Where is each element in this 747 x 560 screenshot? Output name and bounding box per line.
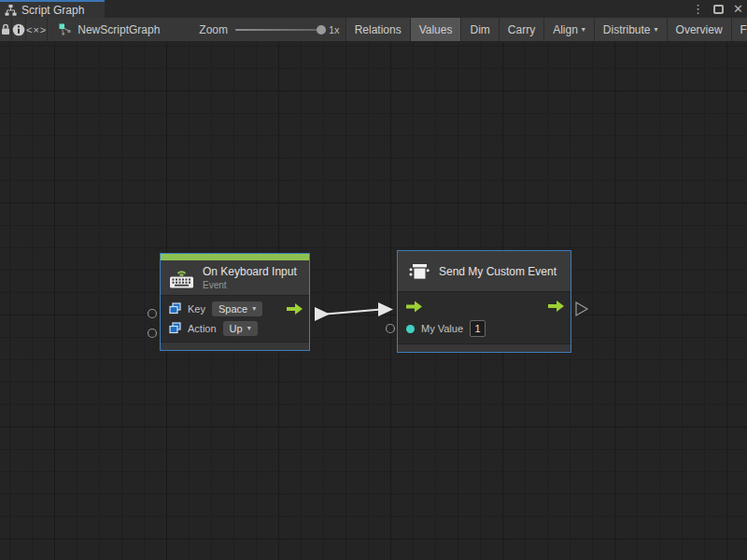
- key-port-label: Key: [188, 303, 205, 315]
- chevron-down-icon: ▾: [252, 304, 256, 313]
- node-header[interactable]: On Keyboard Input Event: [161, 260, 309, 295]
- connection-wire[interactable]: [315, 302, 393, 321]
- toolbar-button-align[interactable]: Align ▾: [543, 18, 594, 41]
- my-value-input[interactable]: 1: [470, 320, 486, 337]
- action-port-label: Action: [188, 323, 217, 334]
- port-action-input[interactable]: [148, 329, 157, 338]
- port-key-input[interactable]: [148, 310, 157, 318]
- zoom-slider[interactable]: [235, 29, 321, 31]
- flow-arrow-icon: [548, 301, 564, 313]
- toolbar-button-relations[interactable]: Relations: [345, 18, 410, 41]
- lock-icon: [0, 23, 11, 35]
- toolbar-button-fullscreen[interactable]: Full S: [731, 18, 747, 41]
- graph-name-label: NewScriptGraph: [78, 23, 160, 36]
- graph-toolbar: <×> NewScriptGraph Zoom 1x Relations Val…: [0, 18, 747, 42]
- port-row-my-value: My Value 1: [398, 317, 571, 340]
- graph-hierarchy-icon: [5, 5, 17, 16]
- node-title: Send My Custom Event: [439, 265, 557, 278]
- flow-arrow-icon: [406, 301, 422, 313]
- event-color-bar: [161, 254, 309, 260]
- key-dropdown[interactable]: Space ▾: [212, 301, 262, 316]
- port-my-value-input[interactable]: [387, 325, 395, 333]
- enum-type-icon: [169, 322, 181, 334]
- value-port-icon[interactable]: [406, 325, 415, 333]
- window-close-icon[interactable]: ✕: [733, 3, 743, 15]
- toolbar-button-dim[interactable]: Dim: [460, 18, 498, 41]
- code-icon: <×>: [26, 24, 47, 35]
- toolbar-button-values[interactable]: Values: [410, 18, 461, 41]
- custom-event-icon: [408, 260, 430, 283]
- info-icon: [12, 23, 25, 36]
- node-send-my-custom-event[interactable]: Send My Custom Event: [397, 250, 571, 353]
- window-titlebar: Script Graph ⋮ ✕: [0, 0, 747, 18]
- chevron-down-icon: ▾: [247, 324, 251, 332]
- port-row-key: Key Space ▾: [161, 299, 309, 318]
- lock-button[interactable]: [0, 18, 12, 41]
- tab-script-graph[interactable]: Script Graph: [0, 0, 105, 18]
- enum-type-icon: [169, 302, 181, 315]
- port-trigger-output[interactable]: [576, 302, 587, 315]
- toolbar-button-overview[interactable]: Overview: [667, 18, 731, 41]
- toolbar-button-carry[interactable]: Carry: [499, 18, 543, 41]
- node-footer: [398, 343, 571, 352]
- chevron-down-icon: ▾: [582, 25, 585, 34]
- chevron-down-icon: ▾: [655, 25, 658, 34]
- trigger-output-port[interactable]: [548, 301, 564, 313]
- graph-asset-reference[interactable]: NewScriptGraph: [48, 18, 169, 41]
- script-graph-asset-icon: [59, 23, 72, 35]
- flow-arrow-icon: [287, 302, 303, 315]
- action-dropdown[interactable]: Up ▾: [223, 321, 258, 336]
- port-row-action: Action Up ▾: [161, 318, 309, 338]
- trigger-input-port[interactable]: [406, 301, 422, 313]
- trigger-output-port[interactable]: [287, 302, 303, 315]
- zoom-slider-handle[interactable]: [317, 25, 326, 35]
- node-title: On Keyboard Input: [203, 265, 297, 278]
- zoom-value: 1x: [329, 24, 340, 35]
- port-row-triggers: [398, 295, 571, 317]
- my-value-label: My Value: [421, 323, 463, 334]
- keyboard-input-icon: [169, 267, 194, 288]
- graph-canvas[interactable]: On Keyboard Input Event Key Space ▾: [0, 42, 747, 560]
- tab-label: Script Graph: [21, 4, 84, 17]
- info-button[interactable]: [12, 18, 26, 41]
- node-on-keyboard-input[interactable]: On Keyboard Input Event Key Space ▾: [160, 253, 310, 351]
- zoom-label: Zoom: [199, 23, 228, 36]
- code-view-button[interactable]: <×>: [26, 18, 48, 41]
- node-header[interactable]: Send My Custom Event: [398, 251, 571, 291]
- wire-layer: [0, 42, 747, 560]
- node-footer: [161, 342, 309, 350]
- window-maximize-icon[interactable]: [713, 5, 724, 14]
- window-menu-icon[interactable]: ⋮: [692, 3, 704, 15]
- node-subtitle: Event: [203, 280, 297, 290]
- toolbar-button-distribute[interactable]: Distribute ▾: [594, 18, 667, 41]
